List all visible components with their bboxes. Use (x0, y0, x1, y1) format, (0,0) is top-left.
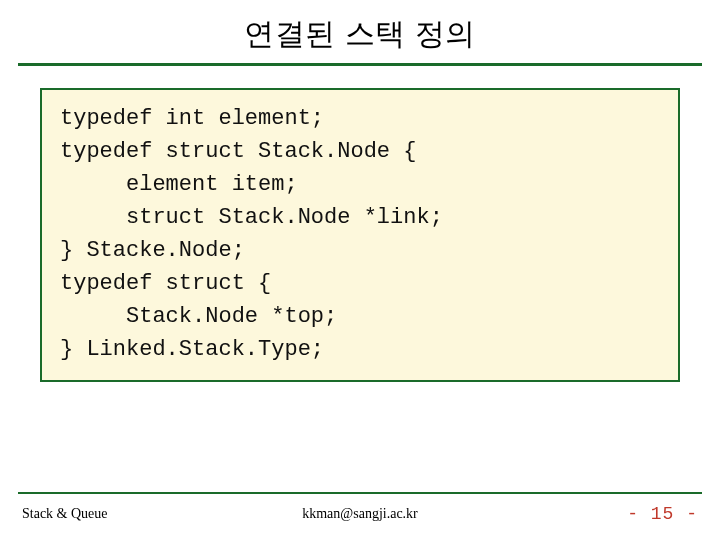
code-line: element item; (60, 168, 660, 201)
footer-divider (18, 492, 702, 494)
code-line: typedef struct { (60, 267, 660, 300)
title-divider (18, 63, 702, 66)
slide-title: 연결된 스택 정의 (0, 0, 720, 63)
footer: Stack & Queue kkman@sangji.ac.kr - 15 - (0, 504, 720, 524)
code-line: Stack.Node *top; (60, 300, 660, 333)
code-line: struct Stack.Node *link; (60, 201, 660, 234)
code-line: } Stacke.Node; (60, 234, 660, 267)
code-line: typedef int element; (60, 102, 660, 135)
code-line: } Linked.Stack.Type; (60, 333, 660, 366)
code-line: typedef struct Stack.Node { (60, 135, 660, 168)
slide: 연결된 스택 정의 typedef int element; typedef s… (0, 0, 720, 540)
footer-center-text: kkman@sangji.ac.kr (0, 506, 720, 522)
code-block: typedef int element; typedef struct Stac… (40, 88, 680, 382)
